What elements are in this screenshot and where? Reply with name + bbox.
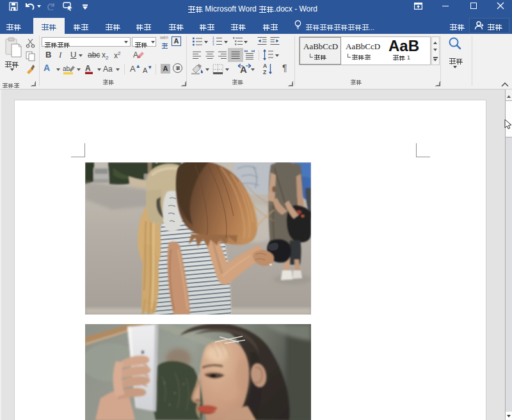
svg-text:3: 3 [212, 43, 214, 46]
svg-text:Z: Z [263, 69, 266, 75]
svg-text:A: A [263, 63, 267, 69]
svg-text:ab: ab [63, 65, 70, 72]
svg-text:A: A [85, 64, 91, 73]
